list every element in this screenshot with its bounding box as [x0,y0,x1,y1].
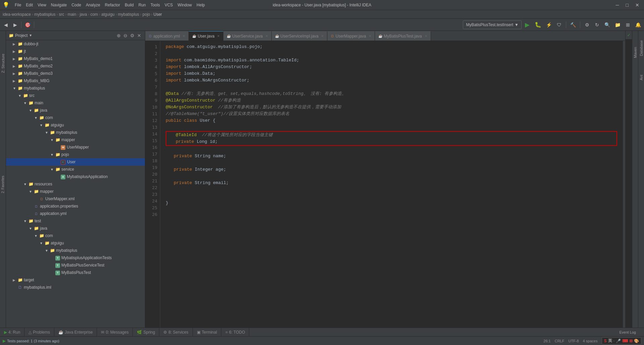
tree-item-usermapper[interactable]: M UserMapper [6,143,145,151]
line-separator[interactable]: CRLF [555,339,565,343]
tab-userserviceimpl-java[interactable]: ☕ UserServiceImpl.java ✕ [272,31,327,41]
bottom-tab-terminal[interactable]: ▣ Terminal [193,328,221,336]
tree-item-test[interactable]: ▼ 📁 test [6,217,145,225]
tree-item-mybatis-mbg[interactable]: ▶ 📁 MyBatis_MBG [6,77,145,84]
indent-info[interactable]: 4 spaces [583,339,598,343]
breadcrumb-idea-workspace[interactable]: idea-workspace [3,12,31,17]
bottom-tab-services[interactable]: ⚙ 8: Services [159,328,193,336]
tree-item-mapper-folder[interactable]: ▼ 📁 mapper [6,136,145,143]
open-folder-button[interactable]: 📁 [613,20,622,29]
breadcrumb-mybatisplus-pkg[interactable]: mybatisplus [118,12,139,17]
tab-userservice-java[interactable]: ☕ UserService.java ✕ [223,31,272,41]
tree-item-mybatisplus-test-pkg[interactable]: ▼ 📁 mybatisplus [6,247,145,254]
profile-button[interactable]: ⚡ [544,20,553,29]
menu-file[interactable]: File [13,2,23,8]
favorites-panel-label[interactable]: 2: Favorites [0,174,5,194]
maven-panel-label[interactable]: Maven [633,44,638,61]
layout-button[interactable]: ⊞ [624,20,632,29]
tree-item-jt[interactable]: ▶ 📁 jt [6,48,145,55]
tree-item-resources[interactable]: ▼ 📁 resources [6,180,145,188]
breadcrumb-java[interactable]: java [79,12,87,17]
tree-item-app-yml[interactable]: 🗋 application.yml [6,210,145,217]
tab-usermapper-java[interactable]: 🗋 UserMapper.java ✕ [327,31,375,41]
tree-item-mybatisplus[interactable]: ▼ 📁 mybatisplus [6,84,145,92]
bottom-tab-problems[interactable]: △ Problems [24,328,54,336]
tree-item-service-folder[interactable]: ▼ 📁 service [6,166,145,173]
close-button[interactable]: ✕ [633,2,641,8]
tab-application-yml[interactable]: 🗋 application.yml ✕ [145,31,189,41]
panel-settings-button[interactable]: ⚙ [129,33,136,39]
locate-file-button[interactable]: 🎯 [23,20,32,29]
code-content[interactable]: package com.atguigu.mybatisplus.pojo; im… [160,41,623,328]
tree-item-java-test[interactable]: ▼ 📁 java [6,225,145,232]
tree-item-mybatisplus-pkg[interactable]: ▼ 📁 mybatisplus [6,129,145,136]
tree-item-user[interactable]: C User [6,158,145,166]
run-button[interactable]: ▶ [523,20,532,29]
structure-panel-label[interactable]: Z: Structure [0,51,6,75]
forward-button[interactable]: ▶ [11,20,19,29]
tree-item-pojo[interactable]: ▼ 📁 pojo [6,151,145,158]
menu-window[interactable]: Window [175,2,194,8]
bottom-tab-spring[interactable]: 🌿 Spring [133,328,159,336]
tree-item-mybatisplus-iml[interactable]: 🗋 mybatisplus.iml [6,284,145,291]
tree-item-mybatis-demo2[interactable]: ▶ 📁 MyBatis_demo2 [6,62,145,70]
build-button[interactable]: 🔨 [569,20,578,29]
run-config-dropdown[interactable]: MyBatisPlusTest.testInsert ▼ [463,20,522,29]
tree-item-service-test[interactable]: T MyBatisPlusServiceTest [6,262,145,269]
menu-build[interactable]: Build [123,2,136,8]
breadcrumb-atguigu[interactable]: atguigu [101,12,114,17]
tab-close-button[interactable]: ✕ [217,34,220,38]
vertical-scrollbar[interactable] [623,41,625,328]
back-button[interactable]: ◀ [1,20,10,29]
tree-item-java[interactable]: ▼ 📁 java [6,107,145,114]
database-panel-label[interactable]: Database [639,38,644,59]
tree-item-atguigu-test[interactable]: ▼ 📁 atguigu [6,239,145,247]
charset[interactable]: UTF-8 [568,339,579,343]
tree-item-com[interactable]: ▼ 📁 com [6,114,145,121]
bottom-tab-messages[interactable]: ✉ 0: Messages [97,328,133,336]
menu-navigate[interactable]: Navigate [49,2,69,8]
tree-item-app-tests[interactable]: T MybatisplusApplicationTests [6,254,145,262]
tree-item-dubbo-jt[interactable]: ▶ 📁 dubbo-jt [6,40,145,48]
ime-widget[interactable]: S 英 · 🎤 ⌨ ⊞ 🎨 [602,337,641,344]
breadcrumb-src[interactable]: src [59,12,64,17]
tree-item-atguigu[interactable]: ▼ 📁 atguigu [6,121,145,129]
tree-item-mybatisplus-app[interactable]: A MybatisplusApplication [6,173,145,180]
code-editor[interactable]: 1 2 3 4 5 6 7 8 9 10 11 12 13 14 15 16 1 [145,41,625,328]
tree-item-com-test[interactable]: ▼ 📁 com [6,232,145,239]
tree-item-mapper-res[interactable]: ▼ 📁 mapper [6,188,145,195]
tab-mybatisplustest-java[interactable]: ☕ MyBatisPlusTest.java ✕ [375,31,431,41]
collapse-all-button[interactable]: ⊖ [122,33,128,39]
panel-close-button[interactable]: ✕ [136,33,142,39]
tree-item-mybatisplus-test[interactable]: T MyBatisPlusTest [6,269,145,276]
ant-panel-label[interactable]: Ant [639,72,644,83]
maximize-button[interactable]: □ [624,2,631,8]
update-button[interactable]: ↻ [593,20,601,29]
tab-user-java[interactable]: ☕ User.java ✕ [189,31,223,41]
bottom-tab-todo[interactable]: = 6: TODO [221,328,250,336]
tab-close-button[interactable]: ✕ [369,34,371,38]
breadcrumb-main[interactable]: main [67,12,76,17]
event-log-label[interactable]: Event Log [619,330,636,334]
menu-code[interactable]: Code [69,2,83,8]
breadcrumb-com[interactable]: com [90,12,98,17]
bottom-tab-run[interactable]: ▶ 4: Run [0,328,24,336]
tree-item-src[interactable]: ▼ 📁 src [6,92,145,99]
breadcrumb-user[interactable]: User [154,12,162,17]
menu-run[interactable]: Run [137,2,148,8]
tab-close-button[interactable]: ✕ [182,34,185,38]
menu-help[interactable]: Help [195,2,207,8]
cursor-position[interactable]: 26:1 [543,339,550,343]
settings-button[interactable]: ⚙ [583,20,591,29]
search-everywhere-button[interactable]: 🔍 [603,20,612,29]
menu-edit[interactable]: Edit [24,2,35,8]
tree-item-main[interactable]: ▼ 📁 main [6,99,145,107]
menu-view[interactable]: View [36,2,48,8]
tab-close-button[interactable]: ✕ [321,34,324,38]
breadcrumb-pojo[interactable]: pojo [143,12,150,17]
tree-item-usermapper-xml[interactable]: 🗋 UserMapper.xml [6,195,145,203]
tree-item-app-properties[interactable]: 🗋 application.properties [6,203,145,210]
tree-item-mybatis-demo1[interactable]: ▶ 📁 MyBatis_demo1 [6,55,145,62]
menu-vcs[interactable]: VCS [163,2,175,8]
bottom-tab-java-enterprise[interactable]: ☕ Java Enterprise [54,328,97,336]
